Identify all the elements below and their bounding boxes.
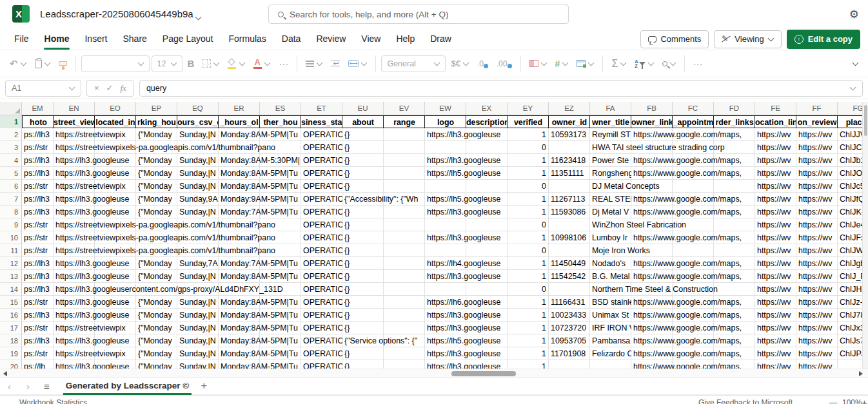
- column-header-ER[interactable]: ER: [219, 102, 260, 115]
- cell[interactable]: https://lh3.googleuse: [425, 128, 466, 141]
- cell[interactable]: Sunday,|N: [177, 206, 219, 218]
- cell[interactable]: 1: [508, 347, 549, 360]
- cell[interactable]: [219, 244, 260, 257]
- menu-tab-page-layout[interactable]: Page Layout: [155, 28, 221, 50]
- cell[interactable]: [466, 218, 508, 231]
- cell[interactable]: Felizardo C: [590, 347, 631, 360]
- cell[interactable]: OPERATIO: [301, 283, 342, 296]
- cell[interactable]: [384, 257, 425, 270]
- row-header-3[interactable]: 3: [0, 141, 22, 154]
- cell[interactable]: [219, 283, 260, 296]
- cell[interactable]: [466, 231, 508, 244]
- name-box[interactable]: A1: [5, 80, 81, 97]
- column-header-FA[interactable]: FA: [590, 102, 631, 115]
- menu-tab-view[interactable]: View: [353, 28, 388, 50]
- cell[interactable]: https://streetviewpixels-pa.googleapis.c…: [54, 141, 95, 154]
- cell[interactable]: OPERATIO: [301, 244, 342, 257]
- cell[interactable]: [590, 360, 631, 369]
- cell[interactable]: [260, 193, 301, 206]
- cell[interactable]: [631, 141, 673, 154]
- format-as-table-button[interactable]: [573, 54, 597, 73]
- cell[interactable]: https://www.google.com/maps,: [631, 309, 673, 322]
- cell[interactable]: OPERATIO: [301, 334, 342, 347]
- row-header-7[interactable]: 7: [0, 193, 22, 206]
- cell[interactable]: [260, 154, 301, 167]
- cell[interactable]: [673, 244, 714, 257]
- cell[interactable]: https://www.google.com/maps,: [631, 334, 673, 347]
- cell[interactable]: [466, 141, 508, 154]
- cell[interactable]: OPERATIO: [301, 206, 342, 218]
- cell[interactable]: https://wv: [755, 244, 796, 257]
- cell[interactable]: 10593173: [549, 128, 590, 141]
- cell[interactable]: verified: [508, 115, 549, 128]
- cell[interactable]: {"Monday: [136, 270, 177, 283]
- menu-tab-home[interactable]: Home: [37, 28, 77, 50]
- cell[interactable]: [384, 347, 425, 360]
- cell[interactable]: https://lh3.googleuse: [425, 154, 466, 167]
- menu-tab-review[interactable]: Review: [308, 28, 353, 50]
- cell[interactable]: {"Monday: [136, 167, 177, 180]
- row-header-20[interactable]: 20: [0, 360, 22, 369]
- cell[interactable]: Monday:7AM-5PM|Tu: [219, 257, 260, 270]
- cell[interactable]: IRF IRON V: [590, 322, 631, 334]
- cell[interactable]: [260, 347, 301, 360]
- row-header-9[interactable]: 9: [0, 218, 22, 231]
- cell[interactable]: [714, 128, 755, 141]
- comments-button[interactable]: Comments: [640, 30, 709, 48]
- cell[interactable]: https://wv: [796, 360, 838, 369]
- cell[interactable]: [177, 231, 219, 244]
- cell[interactable]: https://streetviewpix: [54, 180, 95, 193]
- cell[interactable]: [260, 283, 301, 296]
- row-header-2[interactable]: 2: [0, 128, 22, 141]
- column-header-FE[interactable]: FE: [755, 102, 796, 115]
- cell[interactable]: [95, 244, 136, 257]
- cell[interactable]: {}: [342, 128, 384, 141]
- cell[interactable]: [466, 347, 508, 360]
- cell[interactable]: https://lh3.googleuse: [54, 360, 95, 369]
- cell[interactable]: Sunday,|N: [177, 322, 219, 334]
- cell[interactable]: [384, 309, 425, 322]
- cell[interactable]: https://wv: [755, 283, 796, 296]
- cell[interactable]: [260, 167, 301, 180]
- give-feedback-link[interactable]: Give Feedback to Microsoft: [698, 398, 793, 404]
- cell[interactable]: 1: [508, 128, 549, 141]
- cell[interactable]: Sunday,|N: [177, 167, 219, 180]
- cell[interactable]: [384, 270, 425, 283]
- cell[interactable]: rking_hou: [136, 115, 177, 128]
- cell[interactable]: OPERATIO: [301, 193, 342, 206]
- cell[interactable]: [95, 206, 136, 218]
- cell[interactable]: https://www.google.com/maps,: [631, 322, 673, 334]
- formula-input[interactable]: query: [139, 80, 863, 97]
- cell[interactable]: BSD stainle: [590, 296, 631, 309]
- row-header-6[interactable]: 6: [0, 180, 22, 193]
- cell[interactable]: 11450449: [549, 257, 590, 270]
- row-header-1[interactable]: 1: [0, 115, 22, 128]
- cell[interactable]: [714, 296, 755, 309]
- document-title[interactable]: Leadsscraper-20250806045449b9a: [40, 0, 193, 28]
- cell[interactable]: Sunday,|N: [177, 180, 219, 193]
- cell[interactable]: https://lh3.googleuse: [54, 270, 95, 283]
- cell[interactable]: [673, 206, 714, 218]
- cell[interactable]: https://wv: [796, 218, 838, 231]
- zoom-level[interactable]: 100%: [842, 398, 862, 404]
- cell[interactable]: ps://str: [22, 218, 54, 231]
- cell[interactable]: ps://lh3: [22, 167, 54, 180]
- menu-tab-data[interactable]: Data: [274, 28, 309, 50]
- cell[interactable]: https://lh3.googleuse: [54, 167, 95, 180]
- cell[interactable]: {"Monday: [136, 257, 177, 270]
- cell[interactable]: [673, 128, 714, 141]
- cell[interactable]: https://www.google.com/maps,: [631, 296, 673, 309]
- cell[interactable]: ps://lh3: [22, 270, 54, 283]
- currency-format-button[interactable]: $€: [448, 54, 471, 73]
- cell[interactable]: https://lh4.googleuse: [425, 257, 466, 270]
- cell[interactable]: 1: [508, 154, 549, 167]
- cell[interactable]: [549, 360, 590, 369]
- cell[interactable]: [95, 128, 136, 141]
- cell[interactable]: 1: [508, 322, 549, 334]
- cell[interactable]: [95, 283, 136, 296]
- column-header-FC[interactable]: FC: [673, 102, 714, 115]
- cell[interactable]: Sunday,9A: [177, 193, 219, 206]
- cell[interactable]: [631, 244, 673, 257]
- cell[interactable]: Monday:8AM-5PM|Tu: [219, 270, 260, 283]
- cell[interactable]: [260, 309, 301, 322]
